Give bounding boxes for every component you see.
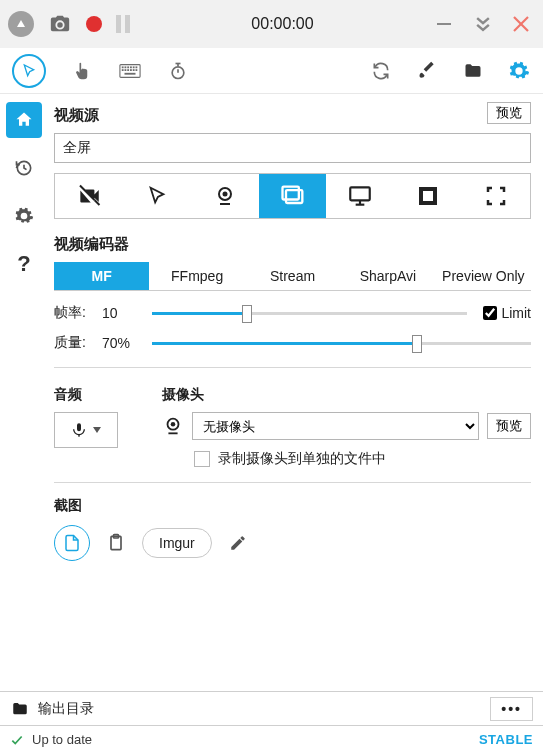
- minimize-button[interactable]: [435, 15, 459, 33]
- source-window[interactable]: [394, 174, 462, 218]
- svg-rect-6: [125, 66, 127, 68]
- screenshot-heading: 截图: [54, 497, 531, 515]
- mode-toolbar: [0, 48, 543, 94]
- video-source-selected: 全屏: [63, 139, 91, 157]
- framerate-label: 帧率:: [54, 304, 92, 322]
- main-panel: 预览 视频源 全屏: [48, 94, 543, 691]
- svg-rect-1: [437, 23, 451, 25]
- collapse-button[interactable]: [473, 14, 497, 34]
- source-screen[interactable]: [259, 174, 327, 218]
- sync-button[interactable]: [369, 59, 393, 83]
- source-desktop[interactable]: [326, 174, 394, 218]
- brush-button[interactable]: [415, 59, 439, 83]
- camera-select[interactable]: 无摄像头: [192, 412, 479, 440]
- camera-heading: 摄像头: [162, 386, 531, 404]
- source-cursor[interactable]: [123, 174, 191, 218]
- svg-rect-27: [351, 187, 371, 200]
- svg-point-24: [222, 192, 227, 197]
- app-menu-button[interactable]: [8, 11, 34, 37]
- camera-preview-button[interactable]: 预览: [487, 413, 531, 439]
- status-bar: Up to date STABLE: [0, 725, 543, 753]
- source-type-bar: [54, 173, 531, 219]
- framerate-row: 帧率: 10 Limit: [54, 303, 531, 323]
- cursor-mode-button[interactable]: [12, 54, 46, 88]
- keyboard-mode-button[interactable]: [118, 59, 142, 83]
- svg-rect-14: [130, 69, 132, 71]
- status-text: Up to date: [32, 732, 92, 747]
- settings-button[interactable]: [507, 59, 531, 83]
- svg-marker-32: [93, 427, 101, 433]
- encoder-tab-ffmpeg[interactable]: FFmpeg: [149, 262, 244, 290]
- svg-rect-11: [122, 69, 124, 71]
- source-webcam[interactable]: [191, 174, 259, 218]
- elapsed-time: 00:00:00: [130, 15, 435, 33]
- webcam-icon: [162, 415, 184, 437]
- audio-mic-dropdown[interactable]: [54, 412, 118, 448]
- quality-slider[interactable]: [152, 333, 531, 353]
- side-nav: ?: [0, 94, 48, 691]
- output-bar: 输出目录 •••: [0, 691, 543, 725]
- side-nav-config[interactable]: [6, 198, 42, 234]
- svg-rect-17: [125, 72, 136, 74]
- encoder-tab-mf[interactable]: MF: [54, 262, 149, 290]
- camera-separate-label: 录制摄像头到单独的文件中: [218, 450, 386, 468]
- svg-rect-9: [133, 66, 135, 68]
- audio-heading: 音频: [54, 386, 134, 404]
- output-label[interactable]: 输出目录: [38, 700, 94, 718]
- record-button[interactable]: [86, 16, 102, 32]
- svg-marker-0: [17, 20, 25, 27]
- encoder-tab-sharpavi[interactable]: SharpAvi: [340, 262, 435, 290]
- folder-icon: [10, 700, 30, 718]
- svg-rect-16: [136, 69, 138, 71]
- quality-row: 质量: 70%: [54, 333, 531, 353]
- framerate-slider[interactable]: [152, 303, 467, 323]
- screenshot-imgur-button[interactable]: Imgur: [142, 528, 212, 558]
- svg-rect-10: [136, 66, 138, 68]
- side-nav-help[interactable]: ?: [6, 246, 42, 282]
- video-preview-button[interactable]: 预览: [487, 102, 531, 124]
- chevron-down-icon: [93, 427, 101, 433]
- source-none[interactable]: [55, 174, 123, 218]
- video-source-select[interactable]: 全屏: [54, 133, 531, 163]
- limit-checkbox[interactable]: Limit: [483, 305, 531, 321]
- click-mode-button[interactable]: [70, 59, 94, 83]
- svg-rect-7: [127, 66, 129, 68]
- encoder-heading: 视频编码器: [54, 235, 531, 254]
- close-button[interactable]: [511, 14, 535, 34]
- svg-point-18: [172, 66, 184, 78]
- encoder-tab-preview[interactable]: Preview Only: [436, 262, 531, 290]
- timer-mode-button[interactable]: [166, 59, 190, 83]
- camera-separate-checkbox[interactable]: [194, 451, 210, 467]
- side-nav-recent[interactable]: [6, 150, 42, 186]
- titlebar: 00:00:00: [0, 0, 543, 48]
- screenshot-quick-button[interactable]: [48, 12, 72, 36]
- side-nav-main[interactable]: [6, 102, 42, 138]
- svg-point-34: [171, 422, 176, 427]
- svg-rect-5: [122, 66, 124, 68]
- svg-rect-13: [127, 69, 129, 71]
- encoder-tabs: MF FFmpeg Stream SharpAvi Preview Only: [54, 262, 531, 291]
- encoder-tab-stream[interactable]: Stream: [245, 262, 340, 290]
- screenshot-clipboard-button[interactable]: [104, 531, 128, 555]
- source-region[interactable]: [462, 174, 530, 218]
- svg-rect-8: [130, 66, 132, 68]
- camera-separate-file-row[interactable]: 录制摄像头到单独的文件中: [194, 450, 531, 468]
- quality-label: 质量:: [54, 334, 92, 352]
- output-browse-button[interactable]: •••: [490, 697, 533, 721]
- screenshot-edit-button[interactable]: [226, 531, 250, 555]
- svg-rect-15: [133, 69, 135, 71]
- svg-rect-31: [423, 191, 433, 201]
- open-folder-button[interactable]: [461, 59, 485, 83]
- framerate-value: 10: [102, 305, 142, 321]
- pause-button: [116, 15, 130, 33]
- video-source-heading: 视频源: [54, 106, 531, 125]
- limit-label: Limit: [501, 305, 531, 321]
- update-channel[interactable]: STABLE: [479, 732, 533, 747]
- quality-value: 70%: [102, 335, 142, 351]
- screenshot-disk-button[interactable]: [54, 525, 90, 561]
- svg-rect-12: [125, 69, 127, 71]
- check-icon: [10, 733, 24, 747]
